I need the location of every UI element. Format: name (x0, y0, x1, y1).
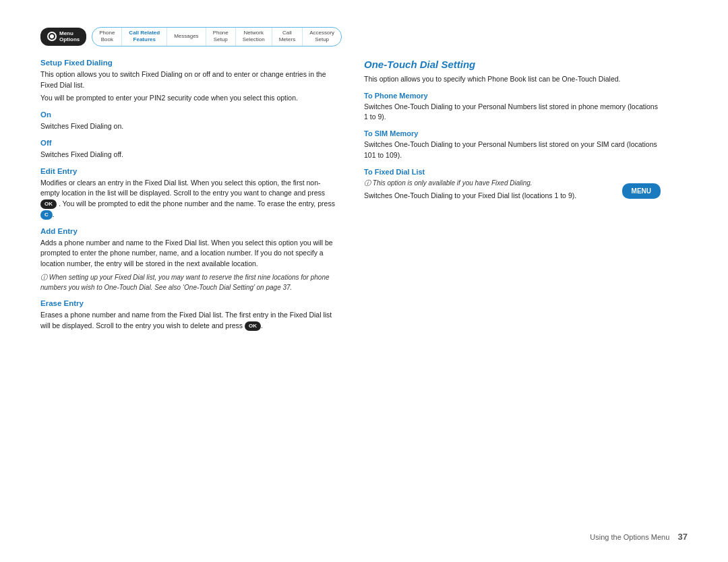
nav-item-messages[interactable]: Messages (167, 28, 206, 46)
nav-item-accessorysetup-line1: Accessory (309, 30, 334, 36)
edit-entry-heading: Edit Entry (40, 167, 337, 175)
nav-item-accessorysetup[interactable]: Accessory Setup (303, 28, 341, 46)
nav-item-callrelated[interactable]: Call Related Features (122, 28, 167, 46)
nav-item-callmeters[interactable]: Call Meters (272, 28, 303, 46)
ok-button-erase: OK (245, 321, 261, 331)
nav-item-phonesetup-line2: Setup (214, 36, 228, 43)
fixed-dial-p: Switches One-Touch Dialing to your Fixed… (364, 191, 615, 201)
edit-p-b: . You will be prompted to edit the phone… (59, 199, 335, 208)
setup-fixed-dialing-heading: Setup Fixed Dialing (40, 59, 337, 67)
off-p: Switches Fixed Dialing off. (40, 150, 337, 160)
nav-item-networkselection[interactable]: Network Selection (236, 28, 272, 46)
setup-p2: You will be prompted to enter your PIN2 … (40, 93, 337, 104)
fixed-dial-note: ⓘ This option is only available if you h… (364, 178, 615, 188)
add-p: Adds a phone number and name to the Fixe… (40, 238, 337, 270)
nav-items-container: Phone Book Call Related Features Message… (92, 27, 342, 46)
phone-memory-heading: To Phone Memory (364, 92, 661, 100)
fixed-dial-note-icon: ⓘ (364, 179, 371, 187)
menu-pill: Menu Options (40, 28, 86, 46)
nav-item-networkselection-line2: Selection (243, 36, 265, 43)
nav-bar: Menu Options Phone Book Call Related Fea… (40, 27, 688, 46)
menu-button-container: MENU (622, 183, 661, 199)
fixed-dial-text: ⓘ This option is only available if you h… (364, 178, 622, 204)
add-entry-heading: Add Entry (40, 227, 337, 235)
note-icon: ⓘ (40, 274, 47, 281)
options-label: Options (59, 36, 80, 43)
one-touch-heading: One-Touch Dial Setting (364, 59, 661, 70)
fixed-dial-list-heading: To Fixed Dial List (364, 168, 661, 176)
nav-item-networkselection-line1: Network (244, 30, 264, 36)
footer-page-number: 37 (678, 532, 688, 542)
one-touch-p: This option allows you to specify which … (364, 74, 661, 85)
nav-item-phonesetup[interactable]: Phone Setup (206, 28, 236, 46)
add-note-text: When setting up your Fixed Dial list, yo… (40, 274, 330, 291)
on-p: Switches Fixed Dialing on. (40, 121, 337, 132)
add-note: ⓘ When setting up your Fixed Dial list, … (40, 272, 337, 292)
menu-text: Menu Options (59, 30, 80, 43)
fixed-dial-note-text: This option is only available if you hav… (373, 179, 533, 187)
edit-p-a: Modifies or clears an entry in the Fixed… (40, 179, 325, 197)
menu-label: Menu (59, 30, 80, 37)
footer-text: Using the Options Menu (590, 533, 669, 541)
menu-icon-inner (50, 34, 54, 38)
nav-item-callrelated-line2: Features (133, 36, 156, 43)
left-column: Setup Fixed Dialing This option allows y… (40, 59, 337, 334)
off-heading: Off (40, 139, 337, 147)
nav-item-accessorysetup-line2: Setup (315, 36, 329, 43)
nav-item-phonebook[interactable]: Phone Book (92, 28, 122, 46)
erase-entry-heading: Erase Entry (40, 299, 337, 307)
phone-memory-p: Switches One-Touch Dialing to your Perso… (364, 102, 661, 123)
nav-item-callrelated-line1: Call Related (129, 30, 160, 36)
nav-item-callmeters-line1: Call (282, 30, 292, 36)
c-button-inline: C (40, 210, 53, 220)
ok-button-inline: OK (40, 199, 57, 209)
erase-p: Erases a phone number and name from the … (40, 310, 337, 332)
sim-memory-heading: To SIM Memory (364, 129, 661, 137)
right-column: One-Touch Dial Setting This option allow… (364, 59, 661, 334)
nav-item-messages-line1: Messages (174, 33, 198, 40)
fixed-dial-section: ⓘ This option is only available if you h… (364, 178, 661, 204)
setup-p1: This option allows you to switch Fixed D… (40, 69, 337, 91)
edit-p: Modifies or clears an entry in the Fixed… (40, 178, 337, 220)
erase-p-text: Erases a phone number and name from the … (40, 311, 332, 330)
nav-item-callmeters-line2: Meters (279, 36, 295, 43)
nav-item-phonesetup-line1: Phone (213, 30, 229, 36)
on-heading: On (40, 111, 337, 119)
page: Menu Options Phone Book Call Related Fea… (0, 0, 728, 562)
footer: Using the Options Menu 37 (590, 532, 688, 542)
nav-item-phonebook-line2: Book (101, 36, 113, 43)
nav-item-phonebook-line1: Phone (99, 30, 115, 36)
content-area: Setup Fixed Dialing This option allows y… (40, 59, 688, 334)
menu-button-large[interactable]: MENU (622, 183, 661, 199)
sim-memory-p: Switches One-Touch Dialing to your Perso… (364, 139, 661, 161)
menu-icon (47, 32, 57, 41)
